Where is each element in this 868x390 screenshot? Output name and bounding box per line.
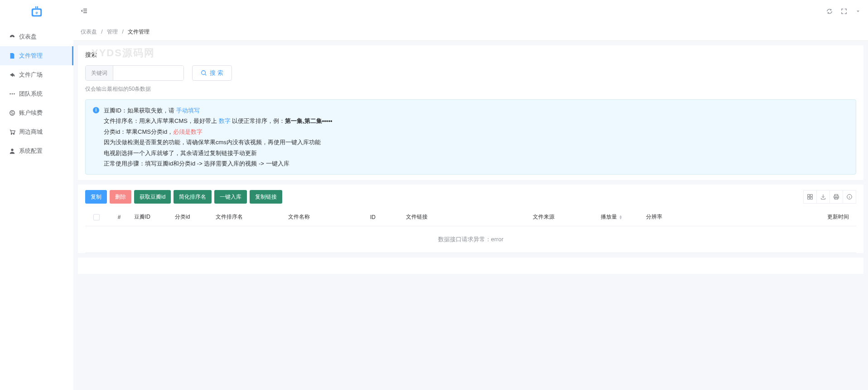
info-box: i 豆瓣ID：如果获取失败，请 手动填写 文件排序名：用来入库苹果CMS，最好带… (85, 99, 856, 175)
export-tool-button[interactable] (816, 190, 830, 204)
grid-icon (807, 194, 813, 200)
file-icon (9, 53, 15, 59)
svg-rect-15 (810, 195, 812, 196)
crumb[interactable]: 仪表盘 (81, 29, 97, 35)
svg-point-13 (202, 71, 206, 75)
sidebar-item-file-square[interactable]: 文件广场 (0, 65, 73, 84)
svg-point-11 (14, 134, 14, 135)
sidebar-label: 系统配置 (19, 147, 43, 155)
grid-tool-button[interactable] (803, 190, 817, 204)
svg-rect-3 (35, 6, 36, 9)
print-tool-button[interactable] (829, 190, 843, 204)
svg-point-8 (14, 93, 15, 95)
keyword-input[interactable] (113, 66, 183, 80)
search-icon (201, 70, 207, 76)
table-empty-message: 数据接口请求异常：error (85, 226, 856, 253)
export-icon (820, 194, 826, 200)
print-icon (833, 194, 839, 200)
col-cat-id: 分类id (171, 213, 212, 221)
search-hint: 仅会输出最相似的50条数据 (85, 85, 856, 93)
svg-rect-14 (808, 195, 810, 196)
svg-point-6 (10, 93, 11, 95)
cart-icon (9, 129, 15, 135)
svg-point-10 (11, 134, 12, 135)
sidebar-label: 文件管理 (19, 52, 43, 60)
sidebar-label: 仪表盘 (19, 33, 37, 41)
svg-rect-4 (37, 6, 38, 9)
sidebar-label: 周边商城 (19, 128, 43, 136)
simplify-button[interactable]: 简化排序名 (174, 190, 212, 204)
col-file-source: 文件来源 (529, 213, 597, 221)
info-circle-icon (846, 194, 853, 200)
sidebar-label: 团队系统 (19, 90, 43, 98)
crumb[interactable]: 管理 (107, 29, 118, 35)
svg-point-12 (11, 149, 13, 151)
user-icon (9, 148, 15, 154)
footer-panel (78, 258, 863, 274)
svg-text:e: e (35, 10, 38, 15)
sidebar-item-file-manage[interactable]: 文件管理 (0, 46, 73, 65)
search-button[interactable]: 搜 索 (192, 65, 232, 81)
info-icon: i (93, 107, 99, 113)
search-panel: YYDS源码网 搜索 关键词 搜 索 仅会输出最相似的50条数据 i (78, 45, 863, 180)
svg-rect-18 (835, 195, 838, 196)
logo-icon: e (30, 5, 43, 19)
info-content: 豆瓣ID：如果获取失败，请 手动填写 文件排序名：用来入库苹果CMS，最好带上 … (104, 105, 333, 169)
sidebar-item-renew[interactable]: 账户续费 (0, 103, 73, 122)
dashboard-icon (9, 34, 15, 40)
col-id: ID (343, 214, 402, 220)
col-play-count[interactable]: 播放量▲▼ (597, 213, 642, 221)
refresh-icon[interactable] (826, 8, 833, 16)
sidebar-label: 文件广场 (19, 71, 43, 79)
fullscreen-icon[interactable] (841, 8, 847, 16)
sort-icon: ▲▼ (619, 215, 622, 219)
col-file-name: 文件名称 (285, 213, 343, 221)
share-icon (9, 72, 15, 78)
get-douban-button[interactable]: 获取豆瓣id (134, 190, 171, 204)
svg-point-5 (12, 37, 13, 38)
refresh-circle-icon (9, 110, 15, 116)
collapse-icon[interactable] (81, 7, 88, 16)
col-douban-id: 豆瓣ID (130, 213, 171, 221)
data-table: # 豆瓣ID 分类id 文件排序名 文件名称 ID 文件链接 文件来源 播放量▲… (85, 208, 856, 253)
dots-icon (9, 91, 15, 97)
info-tool-button[interactable] (843, 190, 856, 204)
keyword-input-group: 关键词 (85, 65, 184, 81)
crumb-current: 文件管理 (128, 29, 149, 35)
svg-point-9 (10, 111, 15, 116)
delete-button[interactable]: 删除 (110, 190, 131, 204)
col-update-time: 更新时间 (679, 213, 856, 221)
sidebar-item-dashboard[interactable]: 仪表盘 (0, 27, 73, 46)
sidebar-label: 账户续费 (19, 109, 43, 117)
sidebar-item-mall[interactable]: 周边商城 (0, 122, 73, 141)
copy-link-button[interactable]: 复制链接 (250, 190, 282, 204)
sidebar-menu: 仪表盘 文件管理 文件广场 团队系统 账户续费 周边商城 (0, 24, 73, 164)
sidebar-item-config[interactable]: 系统配置 (0, 141, 73, 161)
col-file-link: 文件链接 (402, 213, 529, 221)
onekey-button[interactable]: 一键入库 (214, 190, 247, 204)
topbar (73, 0, 868, 24)
breadcrumb: 仪表盘 / 管理 / 文件管理 (73, 24, 868, 41)
select-all-checkbox[interactable] (93, 214, 100, 220)
panel-title: 搜索 (85, 51, 856, 59)
logo: e (0, 0, 73, 24)
col-sort-name: 文件排序名 (212, 213, 285, 221)
table-panel: 复制 删除 获取豆瓣id 简化排序名 一键入库 复制链接 (78, 185, 863, 253)
input-addon: 关键词 (86, 66, 113, 80)
sidebar-item-team[interactable]: 团队系统 (0, 84, 73, 103)
table-header: # 豆瓣ID 分类id 文件排序名 文件名称 ID 文件链接 文件来源 播放量▲… (85, 208, 856, 226)
manual-fill-link[interactable]: 手动填写 (176, 107, 200, 114)
dropdown-icon[interactable] (855, 9, 861, 15)
col-resolution: 分辨率 (642, 213, 679, 221)
svg-rect-16 (808, 197, 810, 199)
sidebar: e 仪表盘 文件管理 文件广场 团队系统 账户续费 (0, 0, 73, 390)
svg-rect-17 (810, 197, 812, 199)
copy-button[interactable]: 复制 (85, 190, 107, 204)
svg-point-7 (12, 93, 13, 95)
col-hash: # (108, 214, 130, 220)
